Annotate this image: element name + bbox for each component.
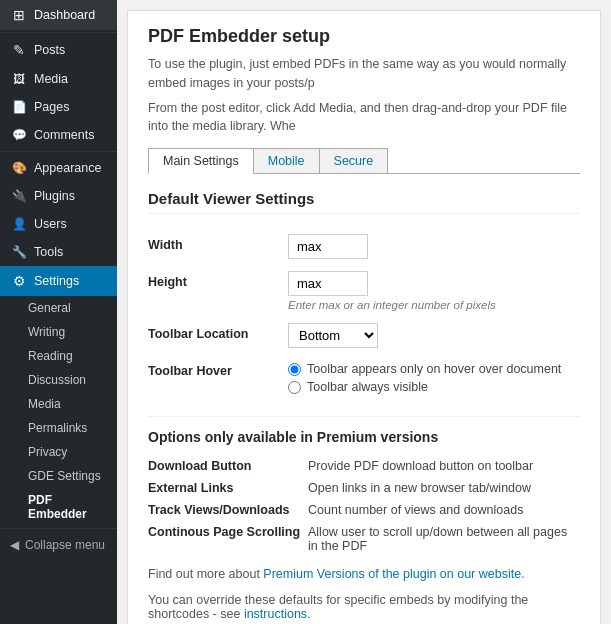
sidebar-sub-media[interactable]: Media bbox=[0, 392, 117, 416]
toolbar-hover-option2-text: Toolbar always visible bbox=[307, 380, 428, 394]
premium-label-2: Track Views/Downloads bbox=[148, 499, 308, 521]
premium-link-prefix: Find out more about bbox=[148, 567, 263, 581]
sidebar-divider-2 bbox=[0, 151, 117, 152]
premium-title: Options only available in Premium versio… bbox=[148, 429, 580, 445]
sidebar-item-comments[interactable]: 💬 Comments bbox=[0, 121, 117, 149]
sidebar-divider bbox=[0, 32, 117, 33]
override-text: You can override these defaults for spec… bbox=[148, 593, 580, 621]
premium-desc-0: Provide PDF download button on toolbar bbox=[308, 455, 580, 477]
premium-label-3: Continous Page Scrolling bbox=[148, 521, 308, 557]
media-icon: 🖼 bbox=[10, 72, 28, 86]
sidebar-sub-privacy[interactable]: Privacy bbox=[0, 440, 117, 464]
collapse-icon: ◀ bbox=[10, 538, 19, 552]
sidebar-item-settings-label: Settings bbox=[34, 274, 79, 288]
sidebar-item-pages[interactable]: 📄 Pages bbox=[0, 93, 117, 121]
sidebar-sub-discussion[interactable]: Discussion bbox=[0, 368, 117, 392]
premium-row-1: External Links Open links in a new brows… bbox=[148, 477, 580, 499]
premium-row-2: Track Views/Downloads Count number of vi… bbox=[148, 499, 580, 521]
page-title: PDF Embedder setup bbox=[148, 26, 580, 47]
sidebar-item-tools[interactable]: 🔧 Tools bbox=[0, 238, 117, 266]
toolbar-location-row: Toolbar Location Bottom bbox=[148, 317, 580, 354]
toolbar-hover-option2-label[interactable]: Toolbar always visible bbox=[288, 380, 580, 394]
description-2: From the post editor, click Add Media, a… bbox=[148, 99, 580, 137]
sidebar-item-users-label: Users bbox=[34, 217, 67, 231]
main-content: PDF Embedder setup To use the plugin, ju… bbox=[117, 0, 611, 624]
sidebar-sub-general[interactable]: General bbox=[0, 296, 117, 320]
sidebar-item-plugins-label: Plugins bbox=[34, 189, 75, 203]
sidebar-item-comments-label: Comments bbox=[34, 128, 94, 142]
sidebar-item-dashboard-label: Dashboard bbox=[34, 8, 95, 22]
premium-label-0: Download Button bbox=[148, 455, 308, 477]
width-row: Width bbox=[148, 228, 580, 265]
sidebar-item-tools-label: Tools bbox=[34, 245, 63, 259]
sidebar-item-settings[interactable]: ⚙ Settings bbox=[0, 266, 117, 296]
sidebar-item-plugins[interactable]: 🔌 Plugins bbox=[0, 182, 117, 210]
sidebar-item-posts[interactable]: ✎ Posts bbox=[0, 35, 117, 65]
pages-icon: 📄 bbox=[10, 100, 28, 114]
width-label: Width bbox=[148, 228, 288, 265]
description-1: To use the plugin, just embed PDFs in th… bbox=[148, 55, 580, 93]
premium-section: Options only available in Premium versio… bbox=[148, 416, 580, 581]
toolbar-hover-radio1[interactable] bbox=[288, 363, 301, 376]
toolbar-hover-radio2[interactable] bbox=[288, 381, 301, 394]
users-icon: 👤 bbox=[10, 217, 28, 231]
premium-desc-3: Allow user to scroll up/down between all… bbox=[308, 521, 580, 557]
toolbar-location-label: Toolbar Location bbox=[148, 317, 288, 354]
premium-link-text: Find out more about Premium Versions of … bbox=[148, 567, 580, 581]
sidebar-item-pages-label: Pages bbox=[34, 100, 69, 114]
premium-link[interactable]: Premium Versions of the plugin on our we… bbox=[263, 567, 524, 581]
premium-desc-1: Open links in a new browser tab/window bbox=[308, 477, 580, 499]
tools-icon: 🔧 bbox=[10, 245, 28, 259]
premium-label-1: External Links bbox=[148, 477, 308, 499]
collapse-menu-button[interactable]: ◀ Collapse menu bbox=[0, 531, 117, 559]
dashboard-icon: ⊞ bbox=[10, 7, 28, 23]
toolbar-location-select[interactable]: Bottom bbox=[288, 323, 378, 348]
toolbar-hover-label: Toolbar Hover bbox=[148, 354, 288, 400]
sidebar-sub-pdf-embedder[interactable]: PDF Embedder bbox=[0, 488, 117, 526]
toolbar-hover-options: Toolbar appears only on hover over docum… bbox=[288, 362, 580, 394]
sidebar-sub-gde-settings[interactable]: GDE Settings bbox=[0, 464, 117, 488]
tab-mobile[interactable]: Mobile bbox=[253, 148, 320, 173]
appearance-icon: 🎨 bbox=[10, 161, 28, 175]
collapse-menu-label: Collapse menu bbox=[25, 538, 105, 552]
premium-desc-2: Count number of views and downloads bbox=[308, 499, 580, 521]
sidebar-item-media-label: Media bbox=[34, 72, 68, 86]
settings-table: Width Height Enter max or an integer num… bbox=[148, 228, 580, 400]
width-input[interactable] bbox=[288, 234, 368, 259]
sidebar-item-appearance[interactable]: 🎨 Appearance bbox=[0, 154, 117, 182]
tab-secure[interactable]: Secure bbox=[319, 148, 389, 173]
sidebar-item-users[interactable]: 👤 Users bbox=[0, 210, 117, 238]
tabs-container: Main Settings Mobile Secure bbox=[148, 148, 580, 174]
posts-icon: ✎ bbox=[10, 42, 28, 58]
height-row: Height Enter max or an integer number of… bbox=[148, 265, 580, 317]
toolbar-hover-option1-label[interactable]: Toolbar appears only on hover over docum… bbox=[288, 362, 580, 376]
content-area: PDF Embedder setup To use the plugin, ju… bbox=[127, 10, 601, 624]
sidebar-divider-3 bbox=[0, 528, 117, 529]
tab-main-settings[interactable]: Main Settings bbox=[148, 148, 254, 174]
premium-row-3: Continous Page Scrolling Allow user to s… bbox=[148, 521, 580, 557]
premium-row-0: Download Button Provide PDF download but… bbox=[148, 455, 580, 477]
instructions-link[interactable]: instructions. bbox=[244, 607, 311, 621]
sidebar: ⊞ Dashboard ✎ Posts 🖼 Media 📄 Pages 💬 Co… bbox=[0, 0, 117, 624]
default-viewer-title: Default Viewer Settings bbox=[148, 190, 580, 214]
height-label: Height bbox=[148, 265, 288, 317]
plugins-icon: 🔌 bbox=[10, 189, 28, 203]
sidebar-sub-permalinks[interactable]: Permalinks bbox=[0, 416, 117, 440]
toolbar-hover-row: Toolbar Hover Toolbar appears only on ho… bbox=[148, 354, 580, 400]
sidebar-item-posts-label: Posts bbox=[34, 43, 65, 57]
comments-icon: 💬 bbox=[10, 128, 28, 142]
sidebar-sub-writing[interactable]: Writing bbox=[0, 320, 117, 344]
premium-table: Download Button Provide PDF download but… bbox=[148, 455, 580, 557]
sidebar-sub-reading[interactable]: Reading bbox=[0, 344, 117, 368]
dimension-hint: Enter max or an integer number of pixels bbox=[288, 299, 580, 311]
sidebar-item-dashboard[interactable]: ⊞ Dashboard bbox=[0, 0, 117, 30]
height-input[interactable] bbox=[288, 271, 368, 296]
sidebar-item-appearance-label: Appearance bbox=[34, 161, 101, 175]
toolbar-hover-option1-text: Toolbar appears only on hover over docum… bbox=[307, 362, 561, 376]
settings-icon: ⚙ bbox=[10, 273, 28, 289]
sidebar-item-media[interactable]: 🖼 Media bbox=[0, 65, 117, 93]
